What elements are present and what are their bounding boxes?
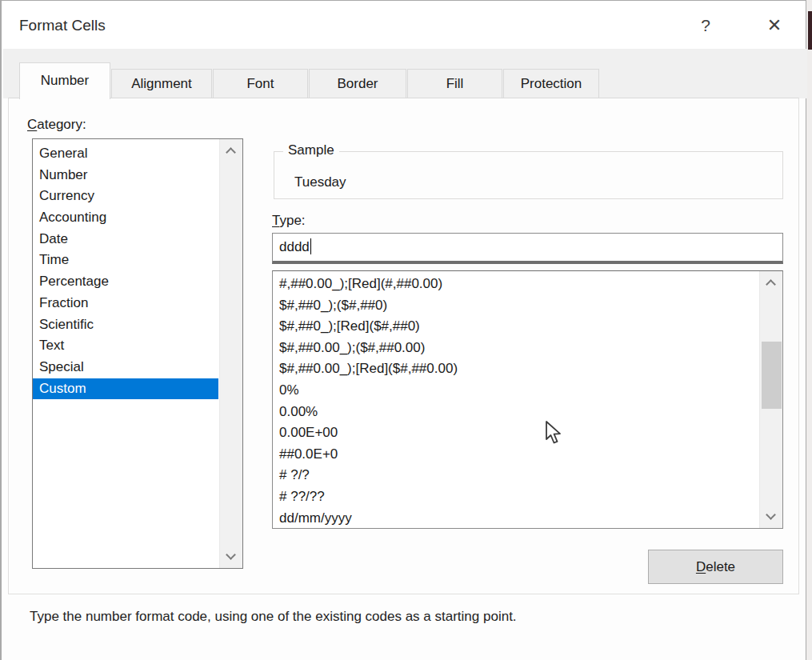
format-code-item[interactable]: dd/mm/yyyy (273, 508, 753, 529)
footer-hint: Type the number format code, using one o… (30, 609, 517, 625)
category-scrollbar[interactable] (219, 139, 242, 568)
background-window-sliver (806, 0, 812, 660)
category-item-special[interactable]: Special (33, 357, 218, 378)
sample-value: Tuesday (294, 174, 346, 190)
tab-protection[interactable]: Protection (503, 69, 599, 98)
tab-border[interactable]: Border (309, 69, 406, 98)
category-item-custom[interactable]: Custom (33, 378, 218, 400)
chevron-down-icon (226, 550, 236, 560)
category-item-general[interactable]: General (33, 143, 218, 165)
category-item-text[interactable]: Text (33, 335, 218, 357)
screen: Format Cells ? ✕ Number Alignment Font B… (0, 0, 812, 660)
format-code-item[interactable]: $#,##0.00_);[Red]($#,##0.00) (273, 358, 753, 380)
tab-number[interactable]: Number (19, 62, 110, 99)
format-code-item[interactable]: $#,##0_);[Red]($#,##0) (273, 316, 753, 338)
scroll-up-icon[interactable] (760, 271, 783, 294)
format-code-item[interactable]: 0% (273, 380, 753, 402)
scroll-down-icon[interactable] (220, 546, 243, 568)
tab-alignment[interactable]: Alignment (111, 69, 212, 98)
type-input-value: dddd (279, 239, 310, 254)
format-code-item[interactable]: ##0.0E+0 (273, 444, 753, 466)
chevron-up-icon (766, 279, 776, 290)
type-label: Type: (272, 213, 306, 229)
category-item-currency[interactable]: Currency (33, 186, 218, 207)
scroll-down-icon[interactable] (760, 506, 783, 528)
format-code-item[interactable]: $#,##0_);($#,##0) (273, 295, 753, 317)
format-codes-scrollbar[interactable] (759, 271, 782, 528)
mouse-cursor-icon (545, 421, 564, 446)
background-window-accent (808, 11, 812, 50)
format-codes-listbox[interactable]: #,##0.00_);[Red](#,##0.00) $#,##0_);($#,… (272, 270, 783, 529)
category-item-scientific[interactable]: Scientific (33, 314, 218, 336)
tab-font[interactable]: Font (213, 69, 308, 98)
scroll-up-icon[interactable] (220, 139, 243, 162)
category-label: Category: (27, 117, 86, 133)
format-code-item[interactable]: 0.00E+00 (273, 422, 753, 444)
category-item-percentage[interactable]: Percentage (33, 271, 218, 293)
chevron-up-icon (226, 147, 236, 158)
dialog-titlebar: Format Cells ? ✕ (2, 1, 806, 49)
category-item-date[interactable]: Date (33, 229, 218, 250)
tab-strip: Number Alignment Font Border Fill Protec… (3, 49, 807, 98)
dialog-title: Format Cells (19, 17, 106, 34)
category-item-accounting[interactable]: Accounting (33, 207, 218, 229)
format-code-item[interactable]: 0.00% (273, 402, 753, 423)
scrollbar-thumb[interactable] (762, 342, 782, 409)
format-code-item[interactable]: # ??/?? (273, 486, 753, 508)
delete-button[interactable]: Delete (648, 550, 783, 584)
chevron-down-icon (766, 510, 776, 520)
category-item-time[interactable]: Time (33, 250, 218, 271)
type-input[interactable]: dddd (272, 233, 783, 264)
tab-fill[interactable]: Fill (407, 69, 502, 98)
category-item-fraction[interactable]: Fraction (33, 293, 218, 314)
sample-groupbox (274, 151, 783, 199)
format-code-item[interactable]: $#,##0.00_);($#,##0.00) (273, 338, 753, 359)
text-caret (310, 238, 312, 254)
close-icon[interactable]: ✕ (757, 12, 792, 39)
sample-legend: Sample (283, 142, 339, 158)
category-item-number[interactable]: Number (33, 165, 218, 186)
help-icon[interactable]: ? (688, 12, 723, 39)
format-cells-dialog: Format Cells ? ✕ Number Alignment Font B… (0, 0, 806, 660)
format-code-item[interactable]: # ?/? (273, 465, 753, 486)
category-listbox[interactable]: General Number Currency Accounting Date … (32, 138, 243, 569)
format-code-item[interactable]: #,##0.00_);[Red](#,##0.00) (273, 274, 753, 295)
